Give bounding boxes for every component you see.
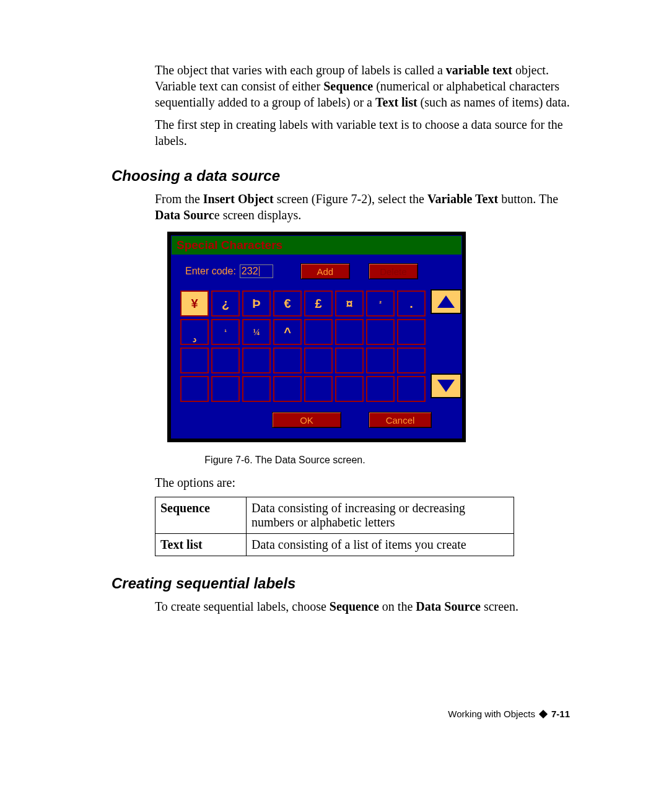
cancel-button[interactable]: Cancel	[369, 412, 432, 428]
char-cell[interactable]	[242, 347, 271, 373]
char-cell[interactable]	[242, 376, 271, 402]
char-cell[interactable]	[304, 347, 333, 373]
char-cell[interactable]: ^	[273, 319, 302, 345]
option-desc: Data consisting of increasing or decreas…	[247, 497, 514, 534]
char-cell[interactable]: €	[273, 290, 302, 317]
char-cell[interactable]	[397, 347, 426, 373]
char-cell[interactable]: Þ	[242, 290, 271, 317]
paragraph-intro-2: The first step in creating labels with v…	[155, 116, 570, 149]
char-cell[interactable]: ¿	[211, 290, 240, 317]
char-cell[interactable]	[397, 376, 426, 402]
paragraph-intro-1: The object that varies with each group o…	[155, 62, 570, 110]
option-label: Sequence	[155, 497, 247, 534]
character-grid: ¥ ¿ Þ € £ ¤ ² . د ¹ ¼ ^	[180, 290, 426, 402]
option-desc: Data consisting of a list of items you c…	[247, 534, 514, 556]
diamond-icon	[539, 709, 548, 718]
char-cell[interactable]: ²	[366, 290, 395, 317]
options-intro: The options are:	[155, 474, 570, 491]
char-cell[interactable]	[397, 319, 426, 345]
heading-choosing-data-source: Choosing a data source	[112, 167, 570, 185]
char-cell[interactable]	[211, 347, 240, 373]
paragraph-choose-source: From the Insert Object screen (Figure 7-…	[155, 191, 570, 223]
char-cell[interactable]	[273, 347, 302, 373]
figure-caption: Figure 7-6. The Data Source screen.	[124, 455, 446, 466]
char-cell[interactable]	[180, 376, 209, 402]
char-cell[interactable]	[180, 347, 209, 373]
char-cell[interactable]: .	[397, 290, 426, 317]
char-cell[interactable]: £	[304, 290, 333, 317]
page-footer: Working with Objects 7-11	[448, 709, 570, 719]
delete-button[interactable]: Delete	[369, 263, 418, 279]
table-row: Sequence Data consisting of increasing o…	[155, 497, 514, 534]
char-cell[interactable]	[366, 347, 395, 373]
scroll-up-button[interactable]	[431, 289, 461, 314]
triangle-up-icon	[437, 295, 455, 308]
char-cell[interactable]	[304, 376, 333, 402]
char-cell[interactable]: ¥	[180, 290, 209, 317]
ok-button[interactable]: OK	[272, 412, 341, 428]
dialog-title: Special Characters	[172, 236, 461, 255]
enter-code-input[interactable]: 232	[240, 264, 273, 278]
heading-creating-sequential: Creating sequential labels	[112, 575, 570, 592]
char-cell[interactable]	[366, 319, 395, 345]
char-cell[interactable]	[335, 376, 364, 402]
char-cell[interactable]: ¼	[242, 319, 271, 345]
char-cell[interactable]	[366, 376, 395, 402]
enter-code-label: Enter code:	[185, 266, 236, 277]
table-row: Text list Data consisting of a list of i…	[155, 534, 514, 556]
char-cell[interactable]: ¤	[335, 290, 364, 317]
char-cell[interactable]: د	[180, 319, 209, 345]
char-cell[interactable]	[304, 319, 333, 345]
char-cell[interactable]	[273, 376, 302, 402]
option-label: Text list	[155, 534, 247, 556]
paragraph-create-sequential: To create sequential labels, choose Sequ…	[155, 598, 570, 614]
data-source-screen: Special Characters Enter code: 232 Add D…	[167, 232, 466, 442]
scroll-down-button[interactable]	[431, 373, 461, 398]
options-table: Sequence Data consisting of increasing o…	[155, 497, 514, 556]
char-cell[interactable]	[211, 376, 240, 402]
char-cell[interactable]: ¹	[211, 319, 240, 345]
char-cell[interactable]	[335, 347, 364, 373]
add-button[interactable]: Add	[300, 263, 350, 279]
char-cell[interactable]	[335, 319, 364, 345]
triangle-down-icon	[437, 380, 455, 392]
